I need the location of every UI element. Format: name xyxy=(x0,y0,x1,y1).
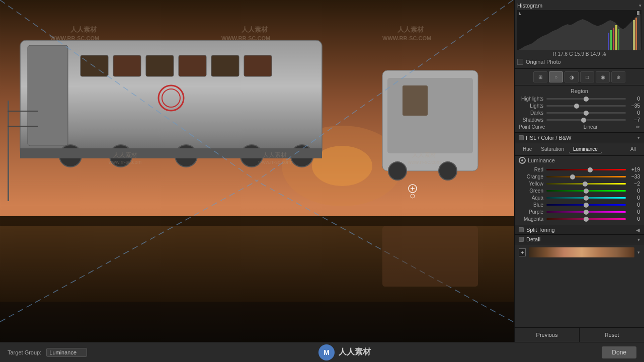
yellow-value: −2 xyxy=(626,181,640,187)
color-strip-section: + ▾ xyxy=(515,244,644,260)
scene-svg xyxy=(0,0,514,342)
orange-label: Orange xyxy=(519,174,546,179)
target-group-select[interactable]: Luminance Hue Saturation xyxy=(46,348,87,357)
aqua-slider[interactable] xyxy=(546,197,626,199)
hsl-tabs: Hue Saturation Luminance All xyxy=(515,143,644,156)
hsl-title: HSL / Color / B&W xyxy=(526,135,572,141)
aqua-luminance-row: Aqua 0 xyxy=(519,195,640,201)
purple-label: Purple xyxy=(519,209,546,215)
svg-rect-9 xyxy=(146,55,174,76)
purple-slider[interactable] xyxy=(546,211,626,213)
shadows-row: Shadows −7 xyxy=(519,117,640,123)
split-toning-label: Split Toning xyxy=(526,227,633,233)
color-strip xyxy=(529,247,634,257)
original-photo-checkbox[interactable] xyxy=(517,59,523,65)
green-slider[interactable] xyxy=(546,190,626,192)
done-button[interactable]: Done xyxy=(602,346,636,358)
svg-rect-42 xyxy=(615,25,617,50)
svg-marker-47 xyxy=(637,11,639,15)
orange-luminance-row: Orange −33 xyxy=(519,174,640,179)
color-strip-arrow[interactable]: ▾ xyxy=(637,250,640,255)
purple-luminance-row: Purple 0 xyxy=(519,209,640,215)
edit-curve-icon[interactable]: ✏ xyxy=(636,124,640,130)
darks-slider[interactable] xyxy=(546,112,626,114)
highlights-slider[interactable] xyxy=(546,98,626,100)
red-value: +19 xyxy=(626,167,640,172)
yellow-luminance-row: Yellow −2 xyxy=(519,181,640,187)
svg-rect-8 xyxy=(113,55,141,76)
compare-before-after-icon[interactable]: ◑ xyxy=(565,71,579,82)
grid-view-icon[interactable]: ⊞ xyxy=(533,71,547,82)
logo-icon: M xyxy=(318,344,335,360)
purple-value: 0 xyxy=(626,209,640,215)
color-picker-icon[interactable]: + xyxy=(519,248,526,256)
svg-rect-11 xyxy=(211,55,239,76)
shadows-label: Shadows xyxy=(519,117,546,123)
target-select-row: Luminance xyxy=(515,156,644,165)
highlights-label: Highlights xyxy=(519,96,546,102)
target-selector-icon[interactable] xyxy=(519,157,526,164)
shadows-value: −7 xyxy=(626,117,640,123)
svg-rect-45 xyxy=(635,18,637,50)
svg-rect-27 xyxy=(8,111,38,112)
bottom-bar: Target Group: Luminance Hue Saturation M… xyxy=(0,342,644,362)
tab-all[interactable]: All xyxy=(626,145,640,153)
yellow-slider[interactable] xyxy=(546,183,626,185)
original-photo-row: Original Photo xyxy=(517,58,641,66)
svg-rect-40 xyxy=(610,30,612,50)
svg-rect-41 xyxy=(613,28,614,50)
circle-dots-icon[interactable]: ◉ xyxy=(596,71,610,82)
point-curve-value[interactable]: Linear xyxy=(584,124,598,130)
reset-button[interactable]: Reset xyxy=(580,328,644,342)
histogram-canvas xyxy=(517,10,641,50)
histogram-dropdown-icon[interactable]: ▾ xyxy=(639,3,641,8)
darks-row: Darks 0 xyxy=(519,110,640,116)
tab-saturation[interactable]: Saturation xyxy=(537,145,568,153)
svg-rect-6 xyxy=(28,45,68,146)
orange-slider[interactable] xyxy=(546,176,626,177)
detail-section[interactable]: Detail ▾ xyxy=(515,235,644,244)
image-area: 人人素材 WWW.RR-SC.COM 人人素材 WWW.RR-SC.COM 人人… xyxy=(0,0,514,342)
rgb-values: R 17.6 G 15.9 B 14.9 % xyxy=(517,50,641,58)
toggle-icon[interactable]: ⊕ xyxy=(611,71,625,82)
red-slider[interactable] xyxy=(546,169,626,170)
aqua-value: 0 xyxy=(626,195,640,201)
lights-slider[interactable] xyxy=(546,105,626,107)
magenta-value: 0 xyxy=(626,216,640,222)
tab-hue[interactable]: Hue xyxy=(519,145,536,153)
svg-rect-10 xyxy=(179,55,206,76)
shadows-slider[interactable] xyxy=(546,119,626,121)
survey-view-icon[interactable]: □ xyxy=(580,71,594,82)
logo-text: 人人素材 xyxy=(339,347,371,357)
panel-bottom-buttons: Previous Reset xyxy=(515,327,644,342)
magenta-slider[interactable] xyxy=(546,218,626,220)
detail-label: Detail xyxy=(526,236,635,242)
aqua-label: Aqua xyxy=(519,195,546,201)
split-toning-section[interactable]: Split Toning ◀ xyxy=(515,225,644,235)
highlights-value: 0 xyxy=(626,96,640,102)
panel-scroll-area: Region Highlights 0 Lights −35 Dark xyxy=(515,85,644,327)
svg-rect-33 xyxy=(382,226,478,287)
main-image: 人人素材 WWW.RR-SC.COM 人人素材 WWW.RR-SC.COM 人人… xyxy=(0,0,514,342)
point-curve-label: Point Curve xyxy=(519,124,545,130)
svg-point-25 xyxy=(439,162,457,180)
svg-rect-7 xyxy=(80,55,108,76)
lights-label: Lights xyxy=(519,103,546,109)
magenta-label: Magenta xyxy=(519,216,546,222)
loupe-view-icon[interactable]: ○ xyxy=(549,71,563,82)
hsl-collapse-arrow[interactable]: ▾ xyxy=(637,135,640,140)
lights-row: Lights −35 xyxy=(519,103,640,109)
magenta-luminance-row: Magenta 0 xyxy=(519,216,640,222)
blue-slider[interactable] xyxy=(546,204,626,206)
split-toning-toggle xyxy=(519,227,524,232)
split-toning-arrow: ◀ xyxy=(636,227,640,233)
previous-button[interactable]: Previous xyxy=(515,328,580,342)
detail-toggle xyxy=(519,237,524,242)
darks-label: Darks xyxy=(519,110,546,116)
svg-rect-20 xyxy=(20,148,322,158)
point-curve-row: Point Curve Linear ✏ xyxy=(519,124,640,130)
tab-luminance[interactable]: Luminance xyxy=(569,145,602,153)
svg-rect-28 xyxy=(8,126,38,127)
region-section: Region Highlights 0 Lights −35 Dark xyxy=(515,85,644,133)
green-label: Green xyxy=(519,188,546,194)
